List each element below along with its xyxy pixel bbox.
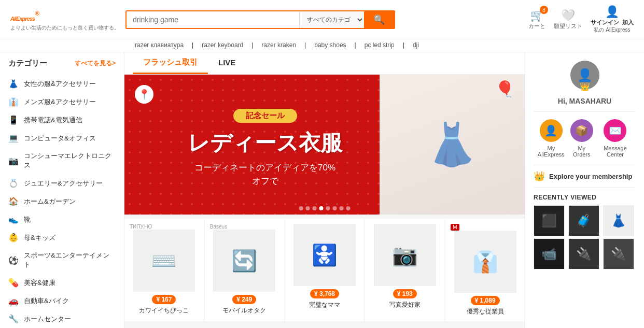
sidebar: カテゴリー すべてを見る> 👗 女性の服&アクセサリー 👔 メンズ服&アクセサリ… <box>0 52 124 328</box>
suggestion-0[interactable]: razer клавиатура <box>135 41 184 49</box>
message-icon: ✉️ <box>604 119 626 142</box>
electronics-icon: 📷 <box>8 156 19 166</box>
dot-2[interactable] <box>313 206 317 210</box>
product-card-1[interactable]: Baseus 🔄 ¥ 249 モバイルオタク <box>205 219 284 321</box>
membership-area[interactable]: 👑 Explore your membership <box>534 165 636 188</box>
wishlist-area[interactable]: 🤍 願望リスト <box>554 9 582 30</box>
dot-7[interactable] <box>346 206 351 210</box>
sidebar-item-mens[interactable]: 👔 メンズ服&アクセサリー <box>0 93 124 111</box>
banner-image: 👗 🎈 <box>380 75 525 215</box>
dot-0[interactable] <box>299 206 303 210</box>
product-price-3: ¥ 193 <box>393 289 417 298</box>
recently-viewed-row-1: ⬛ 🧳 👗 <box>534 205 636 236</box>
sidebar-label-sports: スポーツ&エンターテイメント <box>24 251 116 269</box>
banner-subtitle: コーディネートのアイディアを70%オフで <box>194 161 335 188</box>
sidebar-item-womens[interactable]: 👗 女性の服&アクセサリー <box>0 75 124 93</box>
search-input[interactable] <box>127 11 299 28</box>
sidebar-item-electronics[interactable]: 📷 コンシューマエレクトロニクス <box>0 147 124 174</box>
sidebar-see-all[interactable]: すべてを見る> <box>75 59 116 68</box>
suggestion-2[interactable]: razer kraken <box>261 41 296 49</box>
product-card-4[interactable]: M 👔 ¥ 1,089 優秀な従業員 <box>445 219 525 321</box>
sidebar-item-phones[interactable]: 📱 携帯電話&電気通信 <box>0 111 124 129</box>
rv-item-0[interactable]: ⬛ <box>534 205 565 236</box>
sidebar-item-auto[interactable]: 🚗 自動車&バイク <box>0 292 124 310</box>
my-orders-link-btn[interactable]: 📦 My Orders <box>569 119 595 158</box>
mens-icon: 👔 <box>8 97 19 107</box>
sidebar-item-shoes[interactable]: 👟 靴 <box>0 210 124 229</box>
product-card-0[interactable]: ТИПУ.НО ⌨️ ¥ 167 カワイイちびっこ <box>124 219 204 321</box>
shoes-icon: 👟 <box>8 215 19 224</box>
sidebar-item-kids[interactable]: 👶 母&キッズ <box>0 229 124 247</box>
banner-sale-badge: 記念セール <box>233 109 297 123</box>
join-link[interactable]: 加入 <box>622 19 634 26</box>
right-panel: 👤 👑 Hi, MASAHARU 👤 My AliExpress 📦 My Or… <box>525 52 644 328</box>
banner-content: 記念セール レディース衣服 コーディネートのアイディアを70%オフで <box>150 82 380 215</box>
main-layout: カテゴリー すべてを見る> 👗 女性の服&アクセサリー 👔 メンズ服&アクセサリ… <box>0 52 644 328</box>
sidebar-item-home[interactable]: 🏠 ホーム&ガーデン <box>0 192 124 210</box>
signin-link[interactable]: サインイン <box>591 19 619 26</box>
sidebar-item-jewelry[interactable]: 💍 ジュエリー&アクセサリー <box>0 174 124 192</box>
tab-flash-sale[interactable]: フラッシュ取引 <box>133 52 208 74</box>
product-brand-1: Baseus <box>210 224 227 230</box>
sidebar-label-electronics: コンシューマエレクトロニクス <box>24 151 116 170</box>
header-actions: 🛒 8 カーと 🤍 願望リスト 👤 サインイン 加入 私の AliExpress <box>528 5 634 34</box>
product-name-3: 写真愛好家 <box>389 301 421 309</box>
auto-icon: 🚗 <box>8 296 19 306</box>
rv-item-3[interactable]: 📹 <box>534 238 565 269</box>
cart-area[interactable]: 🛒 8 カーと <box>528 9 545 30</box>
tab-live[interactable]: LIVE <box>208 53 246 74</box>
sidebar-item-hardware[interactable]: 🔧 ホームセンター <box>0 310 124 328</box>
rv-item-4[interactable]: 🔌 <box>568 238 599 269</box>
suggestion-4[interactable]: pc led strip <box>365 41 395 49</box>
product-price-4: ¥ 1,089 <box>471 296 500 305</box>
suggestion-1[interactable]: razer keyboard <box>202 41 243 49</box>
signin-text: サインイン 加入 <box>591 19 634 26</box>
crown-membership-icon: 👑 <box>534 170 545 182</box>
center-content: フラッシュ取引 LIVE 📍 記念セール レディース衣服 コーディネートのアイデ… <box>124 52 525 328</box>
rv-item-1[interactable]: 🧳 <box>568 205 599 236</box>
logo-area: AliExpress® よりよい生活のためにもっと良く買い物する。 <box>10 8 119 32</box>
rv-item-5[interactable]: 🔌 <box>603 238 634 269</box>
signin-area[interactable]: 👤 サインイン 加入 私の AliExpress <box>591 5 634 34</box>
dot-4[interactable] <box>326 206 330 210</box>
my-aliexpress-link-btn[interactable]: 👤 My AliExpress <box>534 119 569 158</box>
sidebar-label-auto: 自動車&バイク <box>24 296 69 306</box>
product-name-2: 完璧なママ <box>309 301 340 309</box>
message-center-label: Message Center <box>595 145 636 158</box>
suggestion-5[interactable]: dji <box>413 41 419 49</box>
my-orders-label: My Orders <box>569 145 595 158</box>
beauty-icon: 💊 <box>8 278 19 288</box>
product-card-3[interactable]: 📷 ¥ 193 写真愛好家 <box>365 219 444 321</box>
dot-1[interactable] <box>306 206 310 210</box>
product-image-3: 📷 <box>374 224 436 286</box>
my-aliexpress-link[interactable]: 私の AliExpress <box>594 26 630 34</box>
product-name-1: モバイルオタク <box>222 306 266 315</box>
quick-links: 👤 My AliExpress 📦 My Orders ✉️ Message C… <box>534 112 636 165</box>
sidebar-item-beauty[interactable]: 💊 美容&健康 <box>0 274 124 292</box>
dot-3[interactable] <box>319 206 324 210</box>
sidebar-label-phones: 携帯電話&電気通信 <box>24 116 82 125</box>
sidebar-item-computers[interactable]: 💻 コンピュータ&オフィス <box>0 129 124 147</box>
search-button[interactable]: 🔍 <box>364 11 394 28</box>
sidebar-item-sports[interactable]: ⚽ スポーツ&エンターテイメント <box>0 247 124 274</box>
sidebar-label-home: ホーム&ガーデン <box>24 197 76 206</box>
rv-item-2[interactable]: 👗 <box>603 205 634 236</box>
wishlist-label: 願望リスト <box>554 22 582 30</box>
category-select[interactable]: すべてのカテゴ <box>299 11 364 28</box>
product-brand-4: M <box>451 224 459 231</box>
dot-6[interactable] <box>340 206 344 210</box>
product-price-0: ¥ 167 <box>152 295 176 304</box>
sidebar-label-beauty: 美容&健康 <box>24 278 55 288</box>
suggestion-3[interactable]: baby shoes <box>314 41 346 49</box>
sports-icon: ⚽ <box>8 255 19 265</box>
message-center-link-btn[interactable]: ✉️ Message Center <box>595 119 636 158</box>
crown-badge: 👑 <box>580 82 590 92</box>
sidebar-label-mens: メンズ服&アクセサリー <box>24 97 96 107</box>
phones-icon: 📱 <box>8 115 19 125</box>
balloon-icon: 🎈 <box>495 80 514 98</box>
product-card-2[interactable]: 🚼 ¥ 3,768 完璧なママ <box>285 219 365 321</box>
dot-5[interactable] <box>333 206 337 210</box>
banner-logo-area: 📍 <box>135 85 153 104</box>
womens-icon: 👗 <box>8 79 19 89</box>
logo-text: AliExpress <box>10 16 35 22</box>
